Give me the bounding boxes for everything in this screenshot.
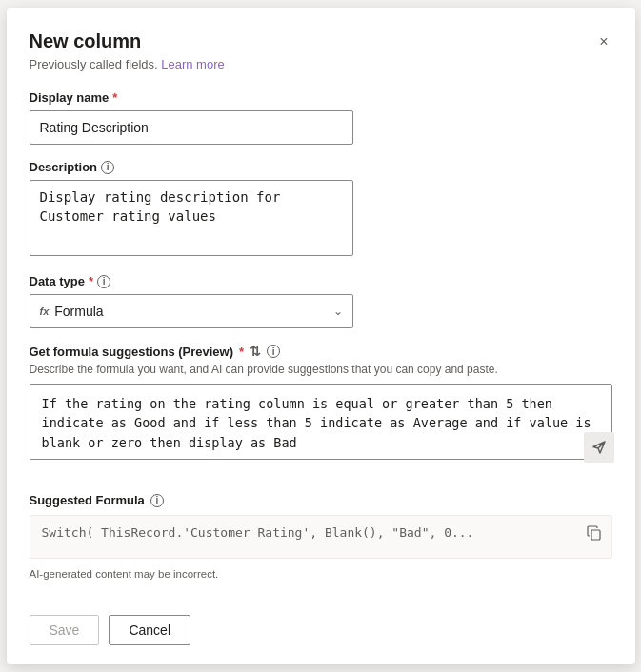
formula-suggestions-input[interactable]: If the rating on the rating column is eq…	[30, 384, 612, 460]
dialog-header: New column ×	[30, 30, 612, 53]
dialog-subtitle: Previously called fields. Learn more	[30, 57, 612, 71]
formula-code-box: Switch( ThisRecord.'Customer Rating', Bl…	[30, 515, 612, 559]
data-type-select[interactable]: fx Formula ⌄	[30, 294, 353, 328]
formula-subtitle: Describe the formula you want, and AI ca…	[30, 363, 612, 376]
data-type-select-wrapper: fx Formula ⌄	[30, 294, 353, 328]
send-formula-button[interactable]	[584, 432, 614, 463]
description-field: Description i Display rating description…	[30, 160, 612, 259]
svg-rect-0	[591, 530, 600, 540]
description-info-icon: i	[101, 161, 114, 174]
required-star-3: *	[239, 345, 244, 359]
formula-input-wrapper: If the rating on the rating column is eq…	[30, 384, 612, 463]
data-type-info-icon: i	[97, 275, 110, 288]
cycle-icon[interactable]: ⇅	[250, 344, 261, 359]
dialog-footer: Save Cancel	[30, 607, 612, 645]
learn-more-link[interactable]: Learn more	[161, 57, 224, 71]
required-star-2: *	[89, 274, 93, 288]
data-type-value: Formula	[54, 304, 103, 319]
suggested-formula-info-icon: i	[150, 494, 164, 507]
chevron-down-icon: ⌄	[333, 305, 343, 318]
suggested-formula-section: Suggested Formula i Switch( ThisRecord.'…	[30, 493, 612, 595]
close-button[interactable]: ×	[595, 30, 611, 53]
dialog-title: New column	[30, 30, 142, 52]
display-name-field: Display name *	[30, 90, 612, 145]
ai-warning: AI-generated content may be incorrect.	[30, 568, 612, 580]
description-label: Description i	[30, 160, 612, 174]
formula-suggestions-label: Get formula suggestions (Preview) * ⇅ i	[30, 344, 612, 359]
formula-suggestions-field: Get formula suggestions (Preview) * ⇅ i …	[30, 344, 612, 463]
required-star: *	[112, 90, 117, 105]
data-type-field: Data type * i fx Formula ⌄	[30, 274, 612, 328]
formula-code-text: Switch( ThisRecord.'Customer Rating', Bl…	[42, 525, 474, 540]
copy-formula-button[interactable]	[587, 525, 602, 544]
data-type-label: Data type * i	[30, 274, 612, 288]
cancel-button[interactable]: Cancel	[109, 615, 190, 645]
suggested-formula-label: Suggested Formula i	[30, 493, 612, 507]
display-name-input[interactable]	[30, 110, 353, 145]
formula-info-icon: i	[267, 345, 280, 358]
display-name-label: Display name *	[30, 90, 612, 105]
save-button[interactable]: Save	[30, 615, 100, 645]
fx-icon: fx	[40, 306, 50, 317]
new-column-dialog: New column × Previously called fields. L…	[7, 8, 635, 664]
description-input[interactable]: Display rating description for Customer …	[30, 180, 353, 256]
